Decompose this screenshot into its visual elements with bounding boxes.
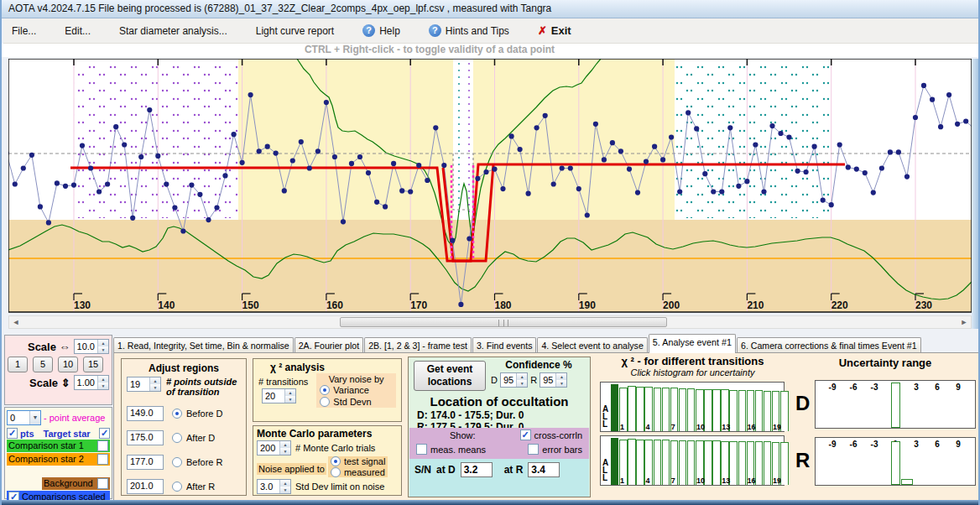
tab-4[interactable]: 4. Select event to analyse — [537, 337, 647, 353]
get-event-locations-button[interactable]: Get event locations — [414, 361, 486, 391]
point-average-select[interactable]: 0▼ — [7, 410, 41, 425]
histogram-number-label: 19 — [773, 476, 781, 485]
zoom-button-5[interactable]: 5 — [33, 357, 53, 372]
pts-checkbox[interactable] — [7, 428, 18, 439]
region-label: Before R — [186, 457, 222, 467]
scrollbar-thumb[interactable] — [340, 317, 667, 327]
region-value[interactable]: 175.0 — [127, 430, 164, 445]
histogram-bar-8[interactable] — [679, 388, 687, 431]
histogram-number-label: 1 — [620, 423, 624, 431]
histogram-bar-11[interactable] — [704, 440, 712, 485]
scroll-right-icon[interactable]: ► — [957, 316, 971, 328]
histogram-bar-2[interactable] — [628, 386, 636, 431]
chi2-histogram-r[interactable]: ALL14710131619 — [600, 435, 785, 486]
tab-6[interactable]: 6. Camera corrections & final times Even… — [737, 337, 921, 353]
test-signal-radio[interactable] — [331, 456, 341, 466]
std-devn-radio[interactable] — [320, 397, 330, 407]
measured-radio[interactable] — [331, 467, 341, 477]
menu-item-hintsandtips[interactable]: ?Hints and Tips — [420, 21, 518, 40]
menu-item-edit[interactable]: Edit... — [56, 22, 99, 40]
histogram-bar-18[interactable] — [764, 391, 772, 431]
conf-r-label: R — [530, 375, 537, 385]
uncertainty-tick-label: 6 — [929, 440, 946, 449]
plot-horizontal-scrollbar[interactable]: ◄ ► — [8, 315, 972, 329]
comparison-star-1-row: Comparison star 1 — [7, 440, 110, 452]
region-radio-after-d[interactable] — [172, 433, 182, 443]
cross-corrln-checkbox[interactable] — [520, 430, 531, 440]
histogram-bar-12[interactable] — [712, 389, 721, 431]
region-value[interactable]: 177.0 — [127, 455, 164, 470]
region-value[interactable]: 201.0 — [127, 479, 164, 494]
histogram-bar-18[interactable] — [764, 441, 772, 485]
meas-means-checkbox[interactable] — [416, 444, 427, 455]
points-outside-spinner[interactable]: 19▲▼ — [127, 377, 161, 392]
light-curve-plot[interactable]: 130140150160170180190200210220230 — [8, 59, 972, 315]
histogram-bar-2[interactable] — [628, 439, 636, 485]
histogram-bar-5[interactable] — [654, 440, 662, 485]
histogram-bar-3[interactable] — [636, 440, 644, 485]
std-limit-spinner[interactable]: 3.0▲▼ — [257, 479, 291, 494]
trials-spinner[interactable]: 200▲▼ — [257, 440, 291, 456]
histogram-bar-15[interactable] — [738, 390, 747, 431]
histogram-bar-9[interactable] — [687, 440, 696, 485]
histogram-bar-17[interactable] — [755, 441, 764, 485]
tab-2b[interactable]: 2B. [1, 2 & 3] - frame test — [364, 337, 472, 353]
show-options-strip: Show: cross-corrln meas. means error bar… — [409, 428, 589, 459]
app-window: AOTA v4.2024.7.15 File being processed i… — [0, 0, 980, 505]
conf-r-spinner[interactable]: 95▲▼ — [540, 372, 567, 388]
histogram-bar-15[interactable] — [738, 441, 747, 485]
histogram-bar-6[interactable] — [662, 440, 670, 485]
menu-item-lightcurvereport[interactable]: Light curve report — [248, 22, 342, 40]
scale-h-spinner[interactable]: 10.0▲▼ — [74, 339, 109, 354]
scroll-left-icon[interactable]: ◄ — [9, 316, 23, 328]
spin-down-icon: ▼ — [150, 384, 160, 391]
menu-item-exit[interactable]: ✗Exit — [529, 21, 580, 40]
histogram-bar-20[interactable] — [780, 391, 789, 431]
menu-item-help[interactable]: ?Help — [354, 21, 409, 40]
histogram-bar-14[interactable] — [729, 441, 738, 485]
scale-v-spinner[interactable]: 1.00▲▼ — [74, 375, 109, 390]
transitions-spinner[interactable]: 20▲▼ — [262, 388, 296, 403]
target-star-checkbox[interactable] — [99, 428, 110, 439]
histogram-bar-3[interactable] — [636, 387, 644, 431]
histogram-bar-12[interactable] — [712, 440, 721, 485]
tab-1[interactable]: 1. Read, Integrity, Set time, Bin & norm… — [113, 337, 294, 353]
chi2-histogram-d[interactable]: ALL14710131619 — [600, 382, 785, 432]
background-checkbox[interactable] — [97, 478, 108, 489]
histogram-number-label: 10 — [696, 476, 705, 485]
menu-item-file[interactable]: File... — [3, 22, 44, 40]
histogram-bar-all[interactable] — [611, 438, 618, 485]
error-bars-checkbox[interactable] — [528, 444, 539, 455]
histogram-bar-8[interactable] — [679, 440, 687, 485]
spin-up-icon: ▲ — [150, 377, 160, 384]
histogram-bar-5[interactable] — [654, 388, 662, 431]
zoom-button-10[interactable]: 10 — [58, 357, 78, 372]
zoom-button-1[interactable]: 1 — [8, 357, 28, 372]
menu-item-stardiameteranalysis[interactable]: Star diameter analysis... — [111, 22, 236, 40]
tab-2a[interactable]: 2A. Fourier plot — [295, 337, 363, 353]
comparison-star-1-checkbox[interactable] — [97, 440, 108, 451]
test-signal-label: test signal — [344, 456, 386, 466]
zoom-button-15[interactable]: 15 — [83, 357, 103, 372]
region-radio-before-r[interactable] — [172, 457, 182, 467]
region-radio-before-d[interactable] — [172, 409, 182, 419]
region-value[interactable]: 149.0 — [127, 406, 164, 421]
uncertainty-tick-label: -6 — [845, 440, 862, 449]
chi2-title: χ ² analysis — [258, 362, 396, 373]
conf-d-spinner[interactable]: 95▲▼ — [500, 372, 528, 388]
chi2-analysis-group: χ ² analysis # transitions 20▲▼ Vary noi… — [253, 358, 402, 422]
tab-3[interactable]: 3. Find events — [472, 337, 537, 353]
histogram-bar-6[interactable] — [662, 388, 670, 431]
spin-up-icon: ▲ — [280, 480, 290, 487]
histogram-bar-20[interactable] — [780, 442, 789, 485]
histogram-bar-14[interactable] — [729, 390, 738, 431]
histogram-bar-17[interactable] — [755, 390, 764, 431]
region-radio-after-r[interactable] — [172, 482, 182, 492]
histogram-bar-9[interactable] — [687, 388, 696, 431]
histogram-bar-11[interactable] — [704, 389, 712, 431]
comparison-star-2-checkbox[interactable] — [97, 454, 108, 465]
svg-text:210: 210 — [747, 299, 764, 311]
variance-radio[interactable] — [320, 385, 330, 395]
tab-5[interactable]: 5. Analyse event #1 — [649, 334, 736, 353]
histogram-bar-all[interactable] — [611, 384, 618, 431]
